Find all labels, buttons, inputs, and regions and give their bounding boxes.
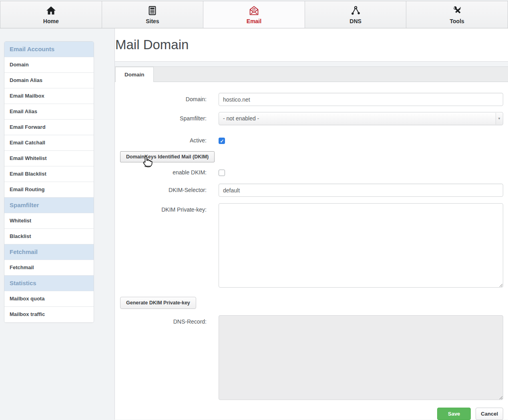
tab-domain[interactable]: Domain (115, 67, 154, 82)
dkim-selector-input[interactable] (219, 184, 503, 197)
sidebar-item-fetchmail[interactable]: Fetchmail (4, 260, 94, 276)
home-icon (46, 5, 56, 16)
sidebar-item-mailbox-traffic[interactable]: Mailbox traffic (4, 307, 94, 322)
spamfilter-row: Spamfilter: - not enabled - ▼ (115, 112, 503, 125)
active-checkbox[interactable] (219, 138, 225, 144)
form-tabstrip: Domain (115, 66, 508, 82)
dkim-section-toggle-button[interactable]: DomainKeys Identified Mail (DKIM) (120, 151, 215, 162)
domain-row: Domain: (115, 93, 503, 106)
nav-tab-sites[interactable]: Sites (102, 1, 204, 28)
nav-tab-label: Email (247, 18, 261, 24)
sidebar-section-spamfilter: Spamfilter (4, 198, 94, 213)
sidebar-item-blacklist[interactable]: Blacklist (4, 229, 94, 244)
nav-tab-tools[interactable]: Tools (406, 1, 508, 28)
mail-domain-form: Domain: Spamfilter: - not enabled - ▼ Ac… (115, 82, 503, 420)
nav-tab-label: Home (43, 18, 59, 24)
sidebar-column: Email Accounts Domain Domain Alias Email… (0, 28, 115, 420)
nav-tab-label: Sites (146, 18, 159, 24)
cancel-button[interactable]: Cancel (476, 408, 503, 420)
spamfilter-select[interactable]: - not enabled - ▼ (219, 112, 503, 125)
spamfilter-selected-value: - not enabled - (223, 115, 259, 122)
sidebar-item-email-alias[interactable]: Email Alias (4, 104, 94, 120)
enable-dkim-label: enable DKIM: (115, 167, 207, 176)
nav-tab-email[interactable]: @ Email (203, 1, 305, 28)
sidebar-item-email-catchall[interactable]: Email Catchall (4, 135, 94, 151)
tools-icon (452, 5, 462, 16)
form-actions: Save Cancel (115, 408, 503, 420)
sidebar-item-domain[interactable]: Domain (4, 57, 94, 73)
sidebar-item-domain-alias[interactable]: Domain Alias (4, 73, 94, 88)
sidebar-section-email-accounts: Email Accounts (4, 42, 94, 57)
sidebar-item-email-routing[interactable]: Email Routing (4, 182, 94, 198)
sidebar-item-mailbox-quota[interactable]: Mailbox quota (4, 291, 94, 307)
dkim-private-key-label: DKIM Private-key: (115, 203, 207, 213)
email-icon: @ (249, 5, 259, 16)
sidebar-section-statistics: Statistics (4, 276, 94, 291)
dns-record-textarea[interactable] (219, 315, 503, 400)
chevron-down-icon: ▼ (496, 113, 502, 124)
main-content: Mail Domain Domain Domain: Spamfilter: (115, 28, 508, 420)
active-label: Active: (115, 135, 207, 144)
domain-input[interactable] (219, 93, 503, 106)
sidebar-menu: Email Accounts Domain Domain Alias Email… (4, 41, 94, 323)
spamfilter-label: Spamfilter: (115, 112, 207, 122)
enable-dkim-row: enable DKIM: (115, 167, 503, 176)
enable-dkim-checkbox[interactable] (219, 170, 225, 176)
svg-text:@: @ (252, 7, 256, 11)
sidebar-item-email-forward[interactable]: Email Forward (4, 120, 94, 135)
dns-record-label: DNS-Record: (115, 315, 207, 325)
generate-dkim-key-button[interactable]: Generate DKIM Private-key (120, 297, 196, 309)
dkim-private-key-textarea[interactable] (219, 203, 503, 288)
sites-icon (147, 5, 158, 16)
nav-tab-label: Tools (450, 18, 464, 24)
nav-tab-home[interactable]: Home (0, 1, 102, 28)
sidebar-item-email-blacklist[interactable]: Email Blacklist (4, 166, 94, 182)
dns-record-row: DNS-Record: (115, 315, 503, 402)
sidebar-item-email-whitelist[interactable]: Email Whitelist (4, 151, 94, 166)
nav-tab-label: DNS (349, 18, 361, 24)
dkim-selector-label: DKIM-Selector: (115, 184, 207, 193)
sidebar-item-whitelist[interactable]: Whitelist (4, 213, 94, 229)
dkim-selector-row: DKIM-Selector: (115, 184, 503, 197)
sidebar-section-fetchmail: Fetchmail (4, 244, 94, 260)
tab-gap (115, 62, 508, 66)
sidebar-item-email-mailbox[interactable]: Email Mailbox (4, 88, 94, 104)
nav-tab-dns[interactable]: DNS (305, 1, 407, 28)
content-columns: Email Accounts Domain Domain Alias Email… (0, 28, 508, 420)
top-navigation: Home Sites @ Email DNS (0, 1, 508, 28)
page-title: Mail Domain (115, 37, 508, 53)
dkim-private-key-row: DKIM Private-key: (115, 203, 503, 289)
save-button[interactable]: Save (437, 408, 471, 420)
active-row: Active: (115, 135, 503, 144)
domain-label: Domain: (115, 93, 207, 102)
dns-icon (350, 5, 361, 16)
